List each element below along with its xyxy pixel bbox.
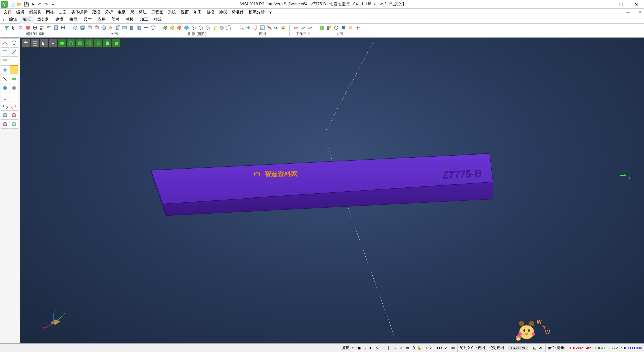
sphere-icon[interactable] (100, 24, 107, 31)
face-icon[interactable] (280, 24, 287, 31)
color-icon[interactable] (24, 24, 31, 31)
snap8-icon[interactable]: ⊙ (392, 345, 398, 351)
render2-icon[interactable] (169, 24, 176, 31)
sys4-icon[interactable] (340, 24, 347, 31)
maximize-button[interactable]: □ (613, 0, 629, 9)
status-absview[interactable]: 绝对视图 (487, 344, 506, 352)
chain-icon[interactable] (60, 24, 66, 31)
sys5-icon[interactable] (347, 24, 354, 31)
vp-layers-icon[interactable] (21, 39, 30, 48)
sys6-icon[interactable] (354, 24, 361, 31)
probe-icon[interactable] (1, 93, 9, 101)
tab-dimension[interactable]: 尺寸 (80, 16, 95, 24)
mdi-close-icon[interactable]: ✕ (637, 10, 643, 14)
wireframe-icon[interactable] (190, 24, 197, 31)
sys3-icon[interactable] (333, 24, 340, 31)
zoom-icon[interactable] (238, 24, 245, 31)
menu-electrode[interactable]: 电极 (115, 9, 128, 16)
rotate-tool-icon[interactable] (10, 38, 18, 47)
show-icon[interactable] (273, 24, 280, 31)
cylinder3-icon[interactable] (93, 24, 100, 31)
menu-die[interactable]: 冲模 (217, 9, 229, 16)
cone-icon[interactable] (107, 24, 114, 31)
brush-icon[interactable] (10, 56, 18, 65)
vp-sel-icon[interactable] (40, 39, 48, 48)
vp-grid-icon[interactable] (31, 39, 39, 48)
tab-machining[interactable]: 加工 (137, 16, 151, 24)
vp-box5-icon[interactable] (94, 39, 103, 48)
menu-wireframe[interactable]: 线架构 (27, 9, 44, 16)
tab-chevron-icon[interactable]: ▸ (1, 17, 6, 22)
offset-icon[interactable] (1, 56, 9, 65)
menu-mould[interactable]: 塑模 (204, 9, 217, 16)
model[interactable]: Z7775-B (138, 148, 493, 216)
transparency-icon[interactable] (204, 24, 211, 31)
hide-icon[interactable] (266, 24, 273, 31)
snap10-icon[interactable]: ▭ (405, 345, 410, 351)
layer-filter-icon[interactable]: ▤ (532, 345, 537, 351)
vp-box2-icon[interactable] (67, 39, 75, 48)
tab-model[interactable]: 建模 (52, 16, 66, 24)
menu-dimension[interactable]: 尺寸标注 (128, 9, 149, 16)
dropdown-icon[interactable]: ▾ (50, 1, 56, 7)
snap5-icon[interactable]: ✕ (374, 345, 380, 351)
viewport[interactable]: Z7775-B 智造资料网 Y Y X Z W (20, 38, 644, 343)
fit-icon[interactable] (259, 24, 266, 31)
history-icon[interactable] (150, 24, 156, 31)
highlight-icon[interactable] (10, 65, 18, 74)
print-icon[interactable]: 🖨 (30, 1, 36, 7)
snap11-icon[interactable]: ⬡ (411, 345, 416, 351)
redo-tool-icon[interactable] (10, 102, 18, 111)
menu-model[interactable]: 建模 (90, 9, 103, 16)
close-button[interactable]: ✕ (629, 0, 644, 9)
body-icon[interactable] (10, 84, 18, 92)
cylinder2-tool-icon[interactable] (10, 111, 18, 120)
linestyle-icon[interactable] (46, 24, 52, 31)
menu-surface[interactable]: 曲面 (56, 9, 69, 16)
cylinder3-tool-icon[interactable] (1, 120, 9, 129)
tab-die[interactable]: 冲模 (123, 16, 137, 24)
extrude-icon[interactable] (114, 24, 121, 31)
menu-mesh[interactable]: 网格 (44, 9, 56, 16)
tab-application[interactable]: 应用 (95, 16, 109, 24)
render4-icon[interactable] (183, 24, 190, 31)
vp-box4-icon[interactable] (85, 39, 94, 48)
angle-icon[interactable] (10, 93, 18, 101)
save-icon[interactable]: 💾 (23, 1, 29, 7)
status-ls[interactable]: LS: 1.00 PS: 1.00 (424, 344, 457, 352)
curve-icon[interactable] (1, 38, 9, 47)
snap12-icon[interactable]: 🔒 (417, 345, 422, 351)
snap2-icon[interactable]: ▣ (356, 345, 362, 351)
menu-edit[interactable]: 编辑 (14, 9, 27, 16)
toggle-icon[interactable] (10, 75, 18, 83)
tab-wireframe[interactable]: 线架构 (34, 16, 52, 24)
status-unit[interactable]: 单位: 毫米 (545, 344, 567, 352)
line-icon[interactable] (10, 47, 18, 56)
copy-icon[interactable] (136, 24, 142, 31)
menu-solidedit[interactable]: 实体编辑 (69, 9, 90, 16)
fill-icon[interactable] (1, 65, 9, 74)
move-icon[interactable] (143, 24, 149, 31)
pan-icon[interactable] (245, 24, 252, 31)
tab-flow[interactable]: 模流 (151, 16, 165, 24)
cylinder-icon[interactable] (79, 24, 86, 31)
status-abs[interactable]: 绝对 XY 上视图 (457, 344, 487, 352)
mdi-restore-icon[interactable]: □ (631, 10, 637, 14)
snap6-icon[interactable]: ⊥ (380, 345, 386, 351)
render1-icon[interactable] (162, 24, 169, 31)
layer-icon[interactable] (17, 24, 24, 31)
tab-standard[interactable]: 标准 (20, 16, 34, 24)
sys1-icon[interactable] (319, 24, 326, 31)
menu-drawing[interactable]: 工程图 (149, 9, 166, 16)
hlr-icon[interactable] (197, 24, 204, 31)
menu-analysis[interactable]: 分析 (103, 9, 115, 16)
vp-point-icon[interactable] (49, 39, 57, 48)
status-layer[interactable]: LAYER0 (506, 344, 530, 352)
attribute-icon[interactable] (53, 24, 59, 31)
material-icon[interactable] (218, 24, 225, 31)
open-icon[interactable]: 📂 (16, 1, 22, 7)
clip-icon[interactable] (225, 24, 232, 31)
menu-system[interactable]: 系统 (166, 9, 178, 16)
solid-icon[interactable] (1, 84, 9, 92)
menu-machining[interactable]: 加工 (191, 9, 204, 16)
